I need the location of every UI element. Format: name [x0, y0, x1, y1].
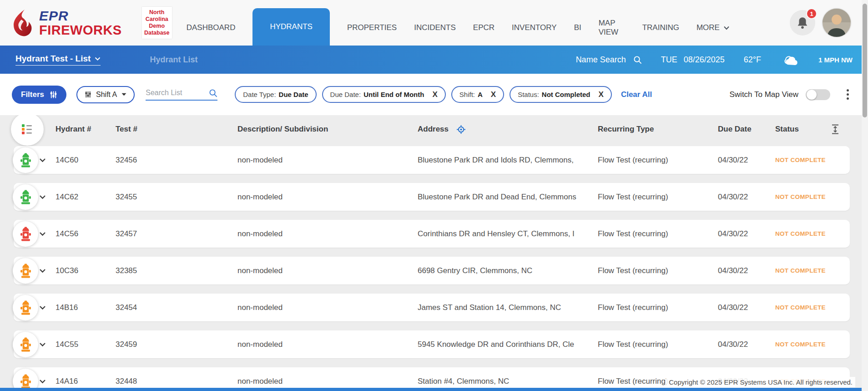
- column-header-hydrant[interactable]: Hydrant #: [56, 125, 116, 134]
- brand-name-top: EPR: [39, 9, 122, 23]
- filter-chip-label: Status:: [518, 91, 539, 98]
- nav-item-training[interactable]: TRAINING: [642, 13, 679, 32]
- row-expand-chevron-icon[interactable]: [39, 379, 56, 384]
- search-icon[interactable]: [209, 89, 217, 97]
- column-header-test[interactable]: Test #: [116, 125, 237, 134]
- nav-item-incidents[interactable]: INCIDENTS: [414, 13, 456, 32]
- hydrant-status-circle[interactable]: [13, 184, 38, 210]
- wind-value: 1 MPH NW: [818, 56, 853, 64]
- table-row[interactable]: 14B16 32454 non-modeled James ST and Sta…: [14, 294, 850, 321]
- nav-item-epcr[interactable]: EPCR: [473, 13, 495, 32]
- row-recurring-type: Flow Test (recurring): [598, 229, 718, 239]
- table-header: Hydrant # Test # Description/ Subdivisio…: [14, 115, 850, 143]
- name-search-button[interactable]: Name Search: [576, 55, 642, 65]
- brand-logo[interactable]: EPR FIREWORKS: [9, 9, 122, 37]
- nav-item-label: HYDRANTS: [270, 22, 313, 31]
- subheader-right-cluster: Name Search TUE 08/26/2025 62°F 1 MPH NW: [576, 54, 853, 66]
- row-due-date: 04/30/22: [718, 229, 775, 239]
- hydrant-icon: [20, 227, 31, 241]
- filters-button[interactable]: Filters: [12, 86, 66, 104]
- clear-all-link[interactable]: Clear All: [621, 90, 652, 99]
- nav-item-more[interactable]: MORE: [696, 13, 730, 32]
- table-row[interactable]: 14C56 32457 non-modeled Corinthians DR a…: [14, 220, 850, 248]
- status-legend-button[interactable]: [11, 113, 44, 146]
- column-header-address[interactable]: Address: [418, 125, 449, 134]
- scrollbar-thumb[interactable]: [863, 4, 867, 117]
- row-expand-chevron-icon[interactable]: [39, 305, 56, 310]
- row-hydrant-number: 10C36: [56, 266, 116, 275]
- vertical-scrollbar[interactable]: [862, 0, 868, 391]
- row-address: Corinthians DR and Hensley CT, Clemmons,…: [418, 229, 598, 239]
- nav-item-label: PROPERTIES: [347, 23, 397, 32]
- filters-button-label: Filters: [21, 90, 44, 99]
- row-hydrant-number: 14C62: [56, 193, 116, 202]
- list-title-dropdown[interactable]: Hydrant Test - List: [15, 54, 101, 66]
- nav-item-bi[interactable]: BI: [574, 13, 581, 32]
- list-search-input[interactable]: [146, 89, 206, 97]
- nav-item-label: TRAINING: [642, 23, 679, 32]
- hydrant-icon: [20, 300, 31, 315]
- brand-name-bottom: FIREWORKS: [39, 24, 122, 37]
- hydrant-status-circle[interactable]: [13, 332, 38, 357]
- list-subheader: Hydrant Test - List Hydrant List Name Se…: [0, 46, 868, 74]
- nav-item-properties[interactable]: PROPERTIES: [347, 13, 397, 32]
- overflow-menu-button[interactable]: [844, 87, 852, 102]
- hydrant-status-circle[interactable]: [13, 147, 38, 173]
- table-row[interactable]: 14C55 32459 non-modeled 5945 Knowledge D…: [14, 330, 850, 358]
- column-header-recurring[interactable]: Recurring Type: [598, 125, 718, 134]
- sliders-icon: [85, 91, 91, 98]
- shift-selector-label: Shift A: [96, 91, 117, 99]
- row-test-number: 32459: [116, 340, 237, 349]
- hydrant-status-circle[interactable]: [13, 295, 38, 320]
- nav-item-label: INCIDENTS: [414, 23, 456, 32]
- row-expand-chevron-icon[interactable]: [39, 158, 56, 162]
- row-hydrant-number: 14B16: [56, 303, 116, 312]
- column-header-status[interactable]: Status: [775, 125, 825, 134]
- column-header-description[interactable]: Description/ Subdivision: [237, 125, 418, 134]
- sliders-icon: [50, 91, 57, 98]
- filter-chip: Status: Not Completed X: [510, 86, 612, 103]
- row-due-date: 04/30/22: [718, 266, 775, 275]
- remove-filter-icon[interactable]: X: [432, 91, 437, 98]
- remove-filter-icon[interactable]: X: [599, 91, 604, 98]
- row-description: non-modeled: [237, 340, 418, 349]
- row-description: non-modeled: [237, 303, 418, 312]
- copyright-text: Copyright © 2025 EPR Systems USA Inc. Al…: [666, 377, 855, 387]
- row-status-badge: NOT COMPLETED: [775, 341, 825, 348]
- shift-selector[interactable]: Shift A: [76, 86, 135, 103]
- map-view-toggle[interactable]: [806, 89, 830, 100]
- nav-item-inventory[interactable]: INVENTORY: [512, 13, 557, 32]
- hydrant-status-circle[interactable]: [13, 258, 38, 284]
- notifications-button[interactable]: 1: [790, 10, 815, 36]
- row-height-icon[interactable]: [825, 124, 840, 134]
- filter-chip: Due Date: Until End of Month X: [322, 86, 446, 103]
- nav-item-dashboard[interactable]: DASHBOARD: [187, 13, 236, 32]
- table-row[interactable]: 10C36 32385 non-modeled 6698 Gentry CIR,…: [14, 257, 850, 284]
- search-icon: [633, 56, 642, 64]
- nav-item-label: DASHBOARD: [187, 23, 236, 32]
- table-row[interactable]: 14C60 32456 non-modeled Bluestone Park D…: [14, 146, 850, 174]
- filter-chip: Shift: A X: [451, 86, 504, 103]
- gps-target-icon[interactable]: [457, 125, 465, 134]
- nav-item-map-view[interactable]: MAP VIEW: [599, 9, 625, 36]
- row-expand-chevron-icon[interactable]: [39, 232, 56, 236]
- row-due-date: 04/30/22: [718, 340, 775, 349]
- filter-chip: Date Type: Due Date: [235, 86, 316, 103]
- hydrant-icon: [20, 374, 31, 389]
- database-badge[interactable]: North Carolina Demo Database: [142, 7, 172, 39]
- row-expand-chevron-icon[interactable]: [39, 269, 56, 273]
- primary-nav: DASHBOARD HYDRANTS PROPERTIES INCIDENTS …: [187, 0, 730, 46]
- table-row[interactable]: 14C62 32455 non-modeled Bluestone Park D…: [14, 183, 850, 211]
- remove-filter-icon[interactable]: X: [491, 91, 496, 98]
- row-due-date: 04/30/22: [718, 156, 775, 165]
- row-description: non-modeled: [237, 193, 418, 202]
- row-expand-chevron-icon[interactable]: [39, 342, 56, 347]
- row-expand-chevron-icon[interactable]: [39, 195, 56, 199]
- nav-item-hydrants[interactable]: HYDRANTS: [252, 8, 330, 46]
- column-header-due[interactable]: Due Date: [718, 125, 775, 134]
- filter-chip-label: Date Type:: [243, 91, 276, 98]
- hydrant-list-breadcrumb[interactable]: Hydrant List: [150, 55, 197, 65]
- filter-chip-value: Not Completed: [542, 91, 590, 98]
- hydrant-status-circle[interactable]: [13, 221, 38, 247]
- user-avatar[interactable]: [823, 9, 851, 37]
